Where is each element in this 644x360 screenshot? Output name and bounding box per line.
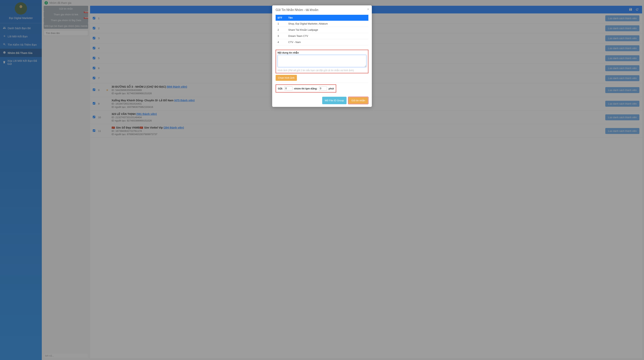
modal-body: STT Tên 1Shop, Đại Digital Marketer, Abl… <box>272 14 372 94</box>
divider <box>276 83 368 83</box>
message-textarea[interactable] <box>278 55 366 67</box>
choose-image-row: Chọn hình ảnh <box>276 75 368 81</box>
modal-table-wrap[interactable]: STT Tên 1Shop, Đại Digital Marketer, Abl… <box>276 15 368 48</box>
pause-label: nhóm thì tạm dừng: <box>294 87 318 90</box>
timing-row: Gửi: nhóm thì tạm dừng: phút <box>276 84 368 94</box>
modal: × Gửi Tin Nhắn Nhóm - tài khoản STT Tên … <box>272 5 372 107</box>
close-icon[interactable]: × <box>367 7 369 11</box>
minutes-input[interactable] <box>319 86 327 91</box>
col-stt: STT <box>276 15 286 21</box>
modal-row[interactable]: 4CTV - Nam <box>276 39 368 45</box>
message-label: Nội dung tin nhắn <box>278 51 366 54</box>
send-label: Gửi: <box>278 87 283 90</box>
minutes-label: phút <box>328 87 334 90</box>
cell-name: Shop, Đại Digital Marketer, Ablatum <box>286 21 368 27</box>
modal-header: Gửi Tin Nhắn Nhóm - tài khoản <box>272 5 372 14</box>
modal-title: Gửi Tin Nhắn Nhóm - tài khoản <box>276 8 368 12</box>
cell-stt: 3 <box>276 33 286 39</box>
cell-stt: 1 <box>276 21 286 27</box>
cell-name: Share Tài Khoản Ladipage <box>286 27 368 33</box>
modal-row[interactable]: 1Shop, Đại Digital Marketer, Ablatum <box>276 21 368 27</box>
modal-row[interactable]: 3Dream Team CTV <box>276 33 368 39</box>
cell-name: Dream Team CTV <box>286 33 368 39</box>
open-file-button[interactable]: Mở File ID Group <box>322 97 347 104</box>
cell-stt: 4 <box>276 39 286 45</box>
modal-footer: Mở File ID Group Gửi tin nhắn <box>272 94 372 107</box>
modal-row[interactable]: 2Share Tài Khoản Ladipage <box>276 27 368 33</box>
modal-table: STT Tên 1Shop, Đại Digital Marketer, Abl… <box>276 15 368 45</box>
col-name: Tên <box>286 15 368 21</box>
choose-image-button[interactable]: Chọn hình ảnh <box>276 75 297 81</box>
cell-name: CTV - Nam <box>286 39 368 45</box>
modal-overlay: × Gửi Tin Nhắn Nhóm - tài khoản STT Tên … <box>0 0 644 360</box>
message-section: Nội dung tin nhắn Hình ảnh (PM sẽ gửi 2 … <box>276 50 368 73</box>
groups-count-input[interactable] <box>284 86 292 91</box>
message-hint: Hình ảnh (PM sẽ gửi 2 tin nếu bạn cài đặ… <box>278 69 366 72</box>
cell-stt: 2 <box>276 27 286 33</box>
timing-box: Gửi: nhóm thì tạm dừng: phút <box>276 84 336 92</box>
send-button[interactable]: Gửi tin nhắn <box>349 97 368 104</box>
send-button-highlight: Gửi tin nhắn <box>348 97 368 104</box>
